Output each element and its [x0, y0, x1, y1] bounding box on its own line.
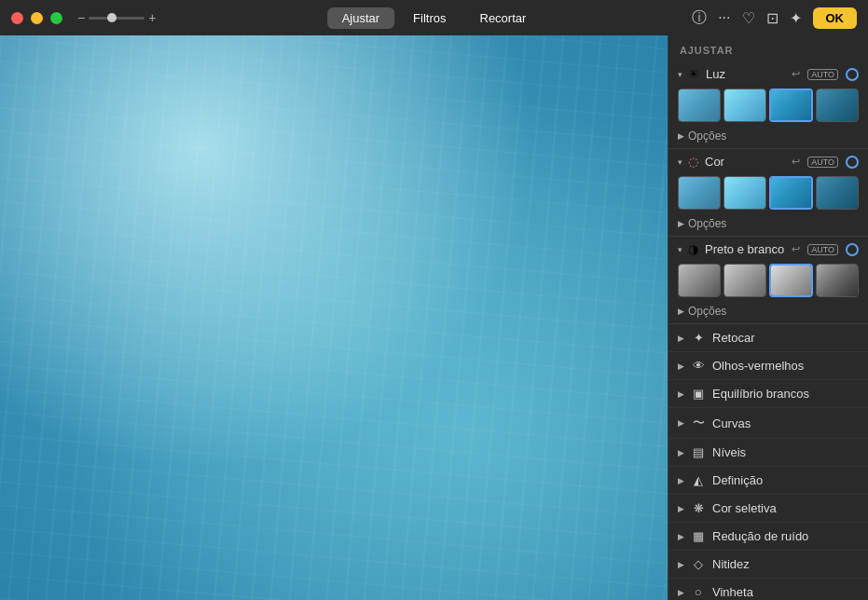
section-cor: ▾ ◌ Cor ↩ AUTO ▶ Opções [668, 149, 868, 237]
options-pb-chevron: ▶ [678, 307, 684, 316]
section-luz-chevron: ▾ [678, 70, 682, 79]
sun-icon: ☀ [688, 67, 699, 81]
section-luz-undo[interactable]: ↩ [792, 68, 800, 80]
section-luz: ▾ ☀ Luz ↩ AUTO ▶ Opções [668, 61, 868, 149]
list-item-curvas[interactable]: ▶ 〜 Curvas [668, 408, 868, 439]
more-options-icon[interactable]: ··· [718, 9, 730, 26]
section-pb-chevron: ▾ [678, 245, 682, 254]
adjustment-list: ▶ ✦ Retocar ▶ 👁 Olhos-vermelhos ▶ ▣ Equi… [668, 324, 868, 600]
tab-ajustar[interactable]: Ajustar [327, 7, 394, 29]
section-cor-thumbs [668, 174, 868, 215]
thumb-pb-4[interactable] [816, 264, 859, 297]
share-icon[interactable]: ✦ [790, 9, 802, 27]
zoom-plus-icon[interactable]: + [148, 10, 156, 25]
section-pb-toggle[interactable] [846, 243, 859, 256]
section-pb-thumbs [668, 262, 868, 303]
thumb-pb-3[interactable] [769, 264, 814, 297]
panel-title: AJUSTAR [668, 35, 868, 61]
section-pb-label: Preto e branco [705, 242, 788, 256]
section-cor-undo[interactable]: ↩ [792, 156, 800, 168]
thumb-luz-1[interactable] [678, 89, 721, 122]
thumb-luz-3[interactable] [769, 89, 814, 122]
cor-seletiva-icon: ❋ [690, 501, 707, 515]
section-pb-undo[interactable]: ↩ [792, 243, 800, 255]
list-item-reducao-ruido[interactable]: ▶ ▦ Redução de ruído [668, 523, 868, 551]
list-item-equilibrio-brancos[interactable]: ▶ ▣ Equilíbrio brancos [668, 380, 868, 408]
titlebar-right-actions: ⓘ ··· ♡ ⊡ ✦ OK [692, 7, 857, 29]
thumb-luz-2[interactable] [723, 89, 766, 122]
definicao-chevron: ▶ [678, 476, 684, 485]
half-circle-icon: ◑ [688, 242, 698, 256]
definicao-icon: ◭ [690, 473, 707, 487]
thumb-cor-4[interactable] [816, 176, 859, 210]
cor-seletiva-label: Cor seletiva [712, 501, 777, 515]
options-luz-label: Opções [688, 130, 726, 143]
nitidez-chevron: ▶ [678, 560, 684, 569]
section-luz-auto-badge[interactable]: AUTO [807, 69, 838, 80]
color-icon: ◌ [688, 155, 698, 169]
maximize-button[interactable] [50, 12, 62, 24]
minimize-button[interactable] [31, 12, 43, 24]
section-cor-options[interactable]: ▶ Opções [668, 215, 868, 236]
section-luz-options[interactable]: ▶ Opções [668, 128, 868, 148]
reducao-ruido-chevron: ▶ [678, 532, 684, 541]
section-cor-label: Cor [705, 155, 788, 169]
section-pb-options[interactable]: ▶ Opções [668, 303, 868, 323]
vinheta-icon: ○ [690, 585, 707, 599]
olhos-vermelhos-label: Olhos-vermelhos [712, 359, 804, 373]
list-item-cor-seletiva[interactable]: ▶ ❋ Cor seletiva [668, 495, 868, 523]
favorite-icon[interactable]: ♡ [742, 9, 755, 27]
list-item-vinheta[interactable]: ▶ ○ Vinheta [668, 579, 868, 600]
main-content: AJUSTAR ▾ ☀ Luz ↩ AUTO ▶ Opções [0, 35, 868, 600]
ok-button[interactable]: OK [813, 7, 858, 29]
cor-seletiva-chevron: ▶ [678, 504, 684, 513]
info-icon[interactable]: ⓘ [692, 8, 707, 28]
thumb-pb-1[interactable] [678, 264, 721, 297]
equilibrio-brancos-chevron: ▶ [678, 389, 684, 399]
section-luz-thumbs [668, 87, 868, 128]
zoom-slider-area: − + [77, 10, 156, 25]
section-luz-toggle[interactable] [846, 68, 859, 81]
section-cor-chevron: ▾ [678, 157, 682, 167]
thumb-cor-2[interactable] [723, 176, 766, 210]
equilibrio-brancos-icon: ▣ [690, 387, 707, 401]
curvas-icon: 〜 [690, 415, 707, 431]
section-preto-branco-header[interactable]: ▾ ◑ Preto e branco ↩ AUTO [668, 237, 868, 262]
close-button[interactable] [11, 12, 23, 24]
thumb-cor-1[interactable] [678, 176, 721, 210]
section-pb-auto-badge[interactable]: AUTO [807, 244, 838, 255]
zoom-slider-track[interactable] [89, 17, 145, 20]
section-cor-toggle[interactable] [846, 156, 859, 169]
section-cor-auto-badge[interactable]: AUTO [807, 157, 838, 168]
nitidez-icon: ◇ [690, 557, 707, 571]
crop-icon[interactable]: ⊡ [766, 9, 778, 27]
thumb-cor-3[interactable] [769, 176, 814, 210]
definicao-label: Definição [712, 473, 763, 487]
section-luz-header[interactable]: ▾ ☀ Luz ↩ AUTO [668, 61, 868, 87]
thumb-pb-2[interactable] [723, 264, 766, 297]
olhos-vermelhos-icon: 👁 [690, 359, 707, 373]
options-luz-chevron: ▶ [678, 131, 684, 141]
list-item-nitidez[interactable]: ▶ ◇ Nitidez [668, 551, 868, 579]
list-item-definicao[interactable]: ▶ ◭ Definição [668, 467, 868, 495]
thumb-luz-4[interactable] [816, 89, 859, 122]
tab-recortar[interactable]: Recortar [465, 7, 542, 29]
list-item-niveis[interactable]: ▶ ▤ Níveis [668, 439, 868, 467]
tab-filtros[interactable]: Filtros [398, 7, 461, 29]
tab-bar: Ajustar Filtros Recortar [327, 7, 542, 29]
reducao-ruido-icon: ▦ [690, 529, 707, 543]
retocar-icon: ✦ [690, 331, 707, 345]
curvas-label: Curvas [712, 416, 751, 430]
list-item-olhos-vermelhos[interactable]: ▶ 👁 Olhos-vermelhos [668, 352, 868, 380]
list-item-retocar[interactable]: ▶ ✦ Retocar [668, 324, 868, 352]
right-panel: AJUSTAR ▾ ☀ Luz ↩ AUTO ▶ Opções [668, 35, 868, 600]
niveis-label: Níveis [712, 445, 746, 459]
zoom-minus-icon[interactable]: − [77, 10, 85, 25]
reducao-ruido-label: Redução de ruído [712, 529, 808, 543]
window-controls [11, 12, 62, 24]
zoom-slider-thumb[interactable] [107, 13, 117, 22]
equilibrio-brancos-label: Equilíbrio brancos [712, 387, 809, 401]
section-cor-header[interactable]: ▾ ◌ Cor ↩ AUTO [668, 149, 868, 174]
options-pb-label: Opções [688, 305, 726, 318]
nitidez-label: Nitidez [712, 557, 750, 571]
